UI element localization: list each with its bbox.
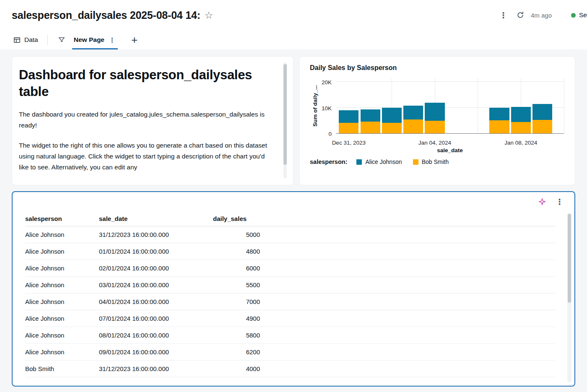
- table-row[interactable]: Alice Johnson02/01/2024 16:00:00.0006000: [25, 260, 555, 277]
- refresh-icon[interactable]: [517, 11, 524, 19]
- legend-item[interactable]: Alice Johnson: [356, 158, 402, 165]
- chart-title: Daily Sales by Salesperson: [310, 64, 565, 72]
- table-cell: 7000: [213, 293, 262, 310]
- column-header-sale_date[interactable]: sale_date: [99, 211, 213, 226]
- table-cell: 5500: [213, 277, 262, 293]
- tab-bar: Data New Page ⋮ +: [0, 30, 587, 49]
- status-label: Se: [579, 11, 587, 19]
- chart: Sum of daily_... 010K20K Dec 31, 2023Jan…: [310, 76, 565, 166]
- bar-segment-bob-smith[interactable]: [382, 123, 402, 133]
- table-scrollbar-thumb[interactable]: [568, 214, 571, 303]
- table-cell: 08/01/2024 16:00:00.000: [99, 327, 213, 344]
- bar-segment-alice-johnson[interactable]: [339, 110, 358, 123]
- bar-segment-alice-johnson[interactable]: [511, 107, 531, 122]
- y-tick-label: 0: [328, 131, 332, 137]
- table-cell: 4000: [213, 361, 262, 377]
- legend-items: Alice JohnsonBob Smith: [356, 158, 460, 165]
- bar-segment-alice-johnson[interactable]: [489, 108, 509, 120]
- table-row[interactable]: Alice Johnson03/01/2024 16:00:00.0005500: [25, 277, 555, 293]
- last-refreshed-label: 4m ago: [531, 12, 552, 19]
- tab-data-label: Data: [24, 36, 38, 44]
- text-widget-scrollbar-thumb[interactable]: [283, 64, 287, 165]
- column-filler: [262, 211, 555, 226]
- add-page-button[interactable]: +: [128, 30, 141, 49]
- table-widget-toolbar: ⋮: [13, 192, 574, 211]
- table-cell: Alice Johnson: [25, 260, 99, 277]
- gridline: [336, 81, 564, 82]
- filter-icon-button[interactable]: [55, 30, 68, 49]
- favorite-star-icon[interactable]: ☆: [205, 10, 213, 20]
- header-menu-icon[interactable]: ⋮: [497, 10, 510, 20]
- status-green-dot-icon: [571, 13, 576, 18]
- bar-segment-bob-smith[interactable]: [403, 119, 423, 133]
- x-tick-label: Dec 31, 2023: [332, 140, 366, 146]
- legend-item[interactable]: Bob Smith: [413, 158, 449, 165]
- y-tick-label: 20K: [322, 79, 332, 86]
- table-row[interactable]: Bob Smith31/12/2023 16:00:00.0004000: [25, 361, 555, 377]
- table-row[interactable]: Alice Johnson31/12/2023 16:00:00.0005000: [25, 226, 555, 243]
- table-cell: 6200: [213, 344, 262, 361]
- text-widget[interactable]: Dashboard for salesperson_dailysales tab…: [12, 56, 294, 185]
- table-widget[interactable]: ⋮ salespersonsale_datedaily_sales Alice …: [12, 191, 575, 387]
- x-tick-label: Jan 08, 2024: [504, 140, 537, 146]
- table-grid-icon: [13, 36, 21, 44]
- bar-segment-bob-smith[interactable]: [532, 120, 552, 133]
- bar-segment-bob-smith[interactable]: [511, 122, 531, 133]
- table-cell: 01/01/2024 16:00:00.000: [99, 243, 213, 260]
- table-widget-menu-icon[interactable]: ⋮: [553, 197, 566, 207]
- text-widget-paragraph-2: The widget to the right of this one allo…: [19, 140, 270, 173]
- gridline: [564, 78, 564, 133]
- table-row[interactable]: Alice Johnson01/01/2024 16:00:00.0004800: [25, 243, 555, 260]
- results-table-container: salespersonsale_datedaily_sales Alice Jo…: [13, 211, 574, 377]
- legend-title: salesperson:: [310, 158, 347, 165]
- results-table: salespersonsale_datedaily_sales Alice Jo…: [25, 211, 555, 377]
- chart-widget[interactable]: Daily Sales by Salesperson Sum of daily_…: [299, 56, 575, 185]
- table-body: Alice Johnson31/12/2023 16:00:00.0005000…: [25, 226, 555, 377]
- tab-new-page-label: New Page: [74, 36, 104, 44]
- bar-segment-bob-smith[interactable]: [425, 121, 444, 133]
- table-cell: 07/01/2024 16:00:00.000: [99, 310, 213, 327]
- text-widget-heading: Dashboard for salesperson_dailysales tab…: [19, 67, 261, 100]
- table-scrollbar[interactable]: [567, 213, 571, 382]
- tab-divider: [47, 35, 48, 45]
- assistant-sparkle-icon[interactable]: [538, 197, 546, 206]
- bar-segment-alice-johnson[interactable]: [361, 109, 380, 122]
- table-cell: Alice Johnson: [25, 310, 99, 327]
- table-cell: Alice Johnson: [25, 327, 99, 344]
- column-header-daily_sales[interactable]: daily_sales: [213, 211, 262, 226]
- table-cell: Alice Johnson: [25, 293, 99, 310]
- text-widget-scrollbar[interactable]: [283, 62, 287, 178]
- tab-menu-icon[interactable]: ⋮: [108, 37, 116, 43]
- tab-new-page[interactable]: New Page ⋮: [72, 30, 118, 49]
- legend-swatch-icon: [413, 159, 418, 165]
- bar-segment-alice-johnson[interactable]: [532, 104, 552, 120]
- y-axis-title: Sum of daily_...: [312, 77, 318, 135]
- bar-segment-alice-johnson[interactable]: [382, 108, 402, 123]
- dashboard-header: salesperson_dailysales 2025-08-04 14: ☆ …: [0, 0, 587, 30]
- bar-segment-bob-smith[interactable]: [361, 122, 380, 133]
- header-actions: ⋮ 4m ago Se: [497, 10, 587, 20]
- bar-segment-bob-smith[interactable]: [489, 120, 509, 133]
- compute-status[interactable]: Se: [571, 11, 587, 19]
- x-axis: Dec 31, 2023Jan 04, 2024Jan 08, 2024: [336, 137, 564, 145]
- tab-data[interactable]: Data: [12, 30, 40, 49]
- table-row[interactable]: Alice Johnson08/01/2024 16:00:00.0005800: [25, 327, 555, 344]
- table-row[interactable]: Alice Johnson07/01/2024 16:00:00.0004900: [25, 310, 555, 327]
- bar-segment-bob-smith[interactable]: [339, 123, 358, 133]
- table-cell: 4900: [213, 310, 262, 327]
- table-cell: 4800: [213, 243, 262, 260]
- column-header-salesperson[interactable]: salesperson: [25, 211, 99, 226]
- table-row[interactable]: Alice Johnson09/01/2024 16:00:00.0006200: [25, 344, 555, 361]
- chart-plot[interactable]: [336, 78, 564, 134]
- table-cell: Alice Johnson: [25, 226, 99, 243]
- legend-swatch-icon: [356, 159, 362, 165]
- page-title[interactable]: salesperson_dailysales 2025-08-04 14:: [12, 9, 200, 21]
- table-row[interactable]: Alice Johnson04/01/2024 16:00:00.0007000: [25, 293, 555, 310]
- y-axis: 010K20K: [318, 78, 334, 134]
- table-cell: 31/12/2023 16:00:00.000: [99, 361, 213, 377]
- legend-label: Bob Smith: [422, 158, 449, 165]
- bar-segment-alice-johnson[interactable]: [425, 103, 444, 121]
- text-widget-paragraph-1: The dashboard you created for jules_cata…: [19, 109, 270, 131]
- bar-segment-alice-johnson[interactable]: [403, 106, 423, 120]
- chart-legend: salesperson: Alice JohnsonBob Smith: [310, 158, 460, 165]
